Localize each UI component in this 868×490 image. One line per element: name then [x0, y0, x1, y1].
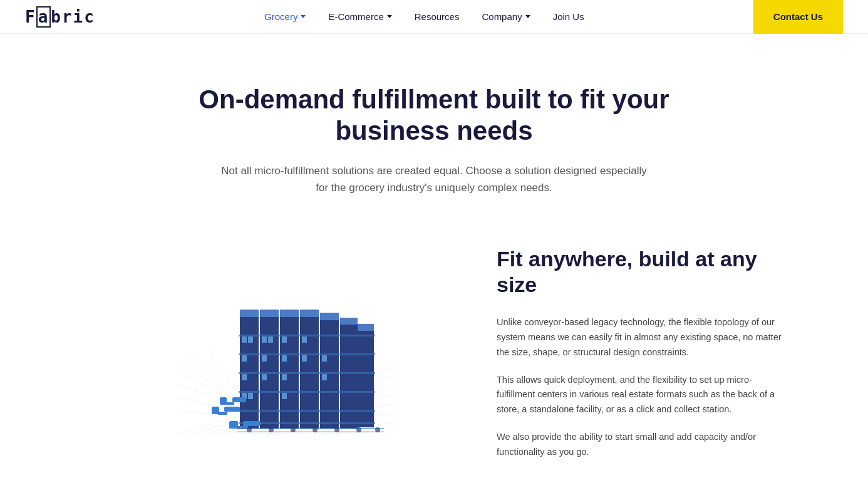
- svg-rect-24: [280, 310, 299, 317]
- svg-rect-48: [282, 374, 287, 380]
- svg-rect-51: [248, 393, 253, 399]
- svg-rect-42: [262, 355, 267, 362]
- svg-rect-23: [260, 310, 279, 317]
- svg-rect-36: [248, 336, 253, 343]
- feature-paragraph-2: This allows quick deployment, and the fl…: [497, 373, 785, 418]
- svg-rect-38: [268, 336, 273, 343]
- svg-rect-33: [239, 410, 375, 412]
- warehouse-illustration: [140, 253, 403, 454]
- svg-rect-55: [212, 407, 219, 414]
- svg-rect-40: [302, 336, 307, 343]
- svg-rect-32: [239, 391, 375, 393]
- svg-rect-61: [220, 397, 227, 405]
- chevron-down-icon: [525, 15, 530, 18]
- chevron-down-icon: [387, 15, 392, 18]
- feature-paragraph-3: We also provide the ability to start sma…: [497, 430, 785, 460]
- navbar: Fabric Grocery E-Commerce Resources Comp…: [0, 0, 868, 34]
- svg-rect-45: [322, 355, 327, 362]
- svg-point-65: [269, 427, 274, 432]
- svg-rect-25: [300, 310, 319, 317]
- svg-rect-46: [242, 374, 247, 380]
- svg-rect-30: [239, 353, 375, 355]
- svg-rect-20: [340, 321, 358, 429]
- svg-rect-26: [320, 313, 339, 320]
- nav-links: Grocery E-Commerce Resources Company Joi…: [264, 11, 584, 22]
- logo[interactable]: Fabric: [25, 6, 95, 28]
- svg-rect-31: [239, 372, 375, 374]
- svg-rect-53: [224, 407, 240, 412]
- nav-item-ecommerce[interactable]: E-Commerce: [328, 11, 391, 22]
- feature-section: Fit anywhere, build at any size Unlike c…: [58, 246, 810, 460]
- feature-image: [83, 253, 459, 454]
- svg-rect-44: [302, 355, 307, 362]
- svg-point-66: [291, 427, 296, 432]
- svg-rect-58: [229, 421, 238, 429]
- svg-rect-37: [262, 336, 267, 343]
- nav-item-resources[interactable]: Resources: [415, 11, 460, 22]
- svg-rect-47: [262, 374, 267, 380]
- nav-item-join-us[interactable]: Join Us: [553, 11, 584, 22]
- svg-point-64: [247, 427, 252, 432]
- svg-rect-22: [240, 310, 259, 317]
- svg-rect-43: [282, 355, 287, 362]
- svg-point-68: [334, 427, 339, 432]
- svg-rect-28: [358, 324, 374, 331]
- hero-section: On-demand fulfillment built to fit your …: [152, 34, 716, 234]
- svg-point-70: [375, 427, 380, 432]
- nav-item-company[interactable]: Company: [482, 11, 530, 22]
- svg-rect-56: [243, 421, 261, 426]
- feature-content: Fit anywhere, build at any size Unlike c…: [497, 246, 785, 460]
- svg-rect-54: [218, 412, 227, 415]
- svg-point-69: [356, 427, 361, 432]
- svg-rect-29: [239, 335, 375, 336]
- svg-rect-41: [242, 355, 247, 362]
- chevron-down-icon: [301, 15, 306, 18]
- feature-title: Fit anywhere, build at any size: [497, 246, 785, 298]
- svg-rect-52: [282, 393, 287, 399]
- nav-item-grocery[interactable]: Grocery: [264, 11, 306, 22]
- svg-rect-49: [322, 374, 327, 380]
- svg-rect-60: [226, 402, 234, 405]
- svg-point-67: [313, 427, 318, 432]
- svg-rect-27: [340, 318, 358, 325]
- contact-us-button[interactable]: Contact Us: [753, 0, 843, 34]
- svg-rect-35: [242, 336, 247, 343]
- svg-rect-21: [358, 327, 374, 427]
- svg-rect-59: [232, 397, 246, 402]
- hero-subtitle: Not all micro-fulfillment solutions are …: [215, 162, 653, 196]
- feature-paragraph-1: Unlike conveyor-based legacy technology,…: [497, 315, 785, 360]
- hero-title: On-demand fulfillment built to fit your …: [177, 84, 691, 147]
- svg-rect-39: [282, 336, 287, 343]
